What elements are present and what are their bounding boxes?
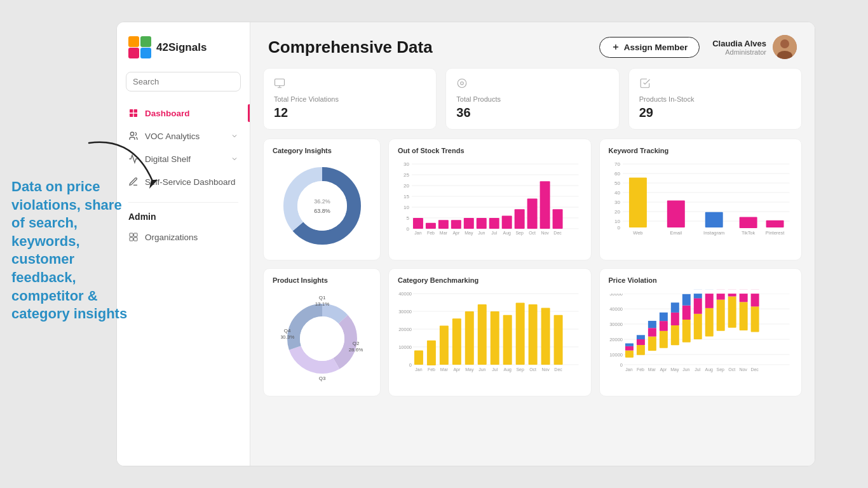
svg-text:Jul: Jul (695, 367, 700, 372)
svg-text:20000: 20000 (398, 327, 412, 332)
sidebar-item-dashboard[interactable]: Dashboard (117, 102, 250, 125)
nav-divider (128, 202, 238, 203)
svg-rect-154 (625, 343, 633, 346)
svg-text:Apr: Apr (660, 367, 667, 372)
price-violation-title: Price Violation (609, 276, 793, 284)
svg-text:Oct: Oct (529, 231, 536, 235)
user-name: Claudia Alves (712, 39, 766, 48)
svg-rect-166 (670, 302, 679, 313)
svg-rect-87 (766, 220, 783, 227)
search-input[interactable] (133, 77, 240, 86)
dashboard-icon (128, 108, 139, 118)
svg-rect-156 (636, 339, 644, 345)
product-insights-chart: Q1 13.1% Q2 28.6% Q3 28% Q4 30.3% (273, 289, 371, 388)
svg-rect-123 (503, 315, 512, 365)
svg-rect-171 (693, 298, 702, 314)
category-insights-title: Category Insights (273, 147, 371, 154)
svg-rect-83 (628, 178, 646, 227)
svg-text:Sep: Sep (515, 231, 524, 236)
svg-text:Nov: Nov (739, 367, 747, 372)
assign-member-button[interactable]: Assign Member (599, 37, 700, 58)
svg-rect-173 (705, 308, 713, 337)
svg-text:10000: 10000 (609, 352, 623, 358)
svg-text:10: 10 (403, 205, 409, 210)
svg-text:Oct: Oct (529, 367, 536, 372)
stats-row: Total Price Violations 12 Total Products… (263, 68, 802, 130)
svg-rect-20 (275, 79, 285, 86)
price-violation-chart: 50000 40000 30000 20000 10000 0 (609, 289, 793, 378)
svg-text:Web: Web (633, 230, 642, 236)
svg-text:Email: Email (670, 230, 682, 236)
svg-text:Q1: Q1 (318, 295, 325, 301)
total-products-label: Total Products (456, 95, 608, 103)
svg-text:Dec: Dec (554, 367, 562, 372)
price-violations-value: 12 (274, 105, 426, 120)
svg-rect-3 (128, 36, 139, 47)
svg-text:63.8%: 63.8% (314, 208, 330, 214)
stat-card-price-violations: Total Price Violations 12 (263, 68, 437, 130)
svg-text:0: 0 (407, 226, 410, 232)
svg-text:Mar: Mar (440, 231, 448, 235)
user-details: Claudia Alves Administrator (712, 39, 766, 56)
svg-rect-55 (553, 209, 563, 229)
svg-text:20000: 20000 (609, 337, 623, 342)
svg-rect-153 (625, 346, 633, 351)
main-container: 42Signals Dashboard (116, 22, 815, 466)
svg-text:Nov: Nov (541, 367, 550, 372)
dashboard-body: Total Price Violations 12 Total Products… (250, 68, 815, 466)
svg-rect-51 (502, 216, 512, 229)
svg-text:Feb: Feb (427, 231, 435, 235)
svg-text:Jun: Jun (478, 367, 485, 372)
svg-text:28%: 28% (316, 382, 327, 383)
search-box[interactable] (126, 72, 241, 92)
svg-point-27 (297, 181, 347, 231)
category-benchmarking-chart: 40000 30000 20000 10000 0 (398, 289, 582, 378)
category-insights-chart: 36.2% 63.8% (273, 159, 371, 252)
svg-rect-127 (554, 315, 563, 365)
svg-text:Oct: Oct (728, 367, 735, 372)
svg-rect-122 (491, 311, 499, 365)
svg-text:Nov: Nov (541, 231, 549, 235)
svg-rect-164 (670, 325, 679, 345)
dashboard-label: Dashboard (145, 109, 238, 118)
sidebar-item-organizations[interactable]: Organizations (117, 226, 250, 248)
out-of-stock-card: Out of Stock Trends 30 25 20 15 10 5 0 (388, 139, 592, 261)
svg-rect-47 (451, 220, 461, 229)
svg-text:36.2%: 36.2% (314, 198, 330, 205)
user-info: Claudia Alves Administrator (712, 35, 797, 59)
in-stock-icon (639, 78, 791, 92)
svg-rect-158 (648, 337, 656, 351)
keyword-tracking-card: Keyword Tracking 70 60 50 40 30 20 10 0 (599, 139, 803, 261)
svg-rect-45 (426, 223, 436, 229)
svg-point-97 (300, 316, 344, 361)
svg-rect-119 (452, 318, 461, 365)
svg-rect-124 (516, 302, 525, 364)
page-title: Comprehensive Data (268, 37, 599, 57)
svg-text:Apr: Apr (452, 231, 460, 236)
svg-rect-152 (625, 351, 633, 358)
total-products-value: 36 (456, 105, 608, 120)
svg-rect-160 (648, 321, 656, 328)
svg-rect-157 (636, 335, 644, 339)
app-name: 42Signals (156, 41, 207, 54)
svg-rect-169 (682, 294, 690, 306)
svg-rect-170 (693, 314, 702, 339)
svg-rect-188 (609, 289, 793, 294)
svg-text:30000: 30000 (398, 309, 412, 315)
svg-text:Jul: Jul (492, 367, 498, 372)
svg-text:Sep: Sep (716, 367, 724, 372)
svg-rect-48 (464, 218, 474, 229)
svg-text:TikTok: TikTok (741, 230, 755, 236)
svg-rect-168 (682, 306, 690, 320)
stat-card-in-stock: Products In-Stock 29 (628, 68, 802, 130)
svg-point-24 (461, 82, 464, 85)
svg-rect-179 (728, 297, 736, 328)
svg-rect-2 (140, 48, 151, 58)
svg-rect-118 (440, 325, 449, 364)
left-annotation: Data on price violations, share of searc… (11, 178, 135, 323)
out-of-stock-title: Out of Stock Trends (398, 147, 582, 154)
svg-rect-155 (636, 345, 644, 355)
svg-text:Mar: Mar (648, 367, 656, 372)
svg-text:40000: 40000 (398, 291, 412, 297)
svg-text:Jan: Jan (414, 231, 421, 235)
